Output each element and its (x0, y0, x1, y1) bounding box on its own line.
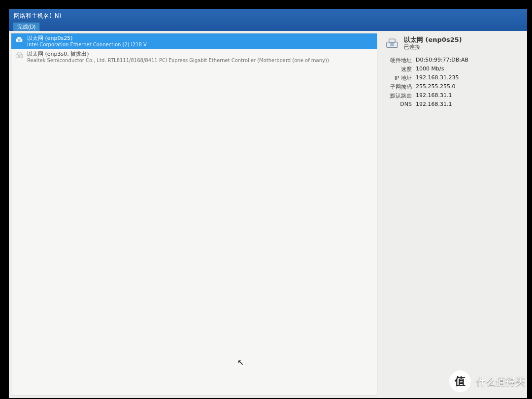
detail-label: IP 地址 (384, 74, 412, 82)
detail-label: 子网掩码 (384, 83, 412, 91)
detail-label: DNS (384, 101, 412, 107)
detail-label: 硬件地址 (384, 57, 412, 64)
svg-rect-8 (390, 43, 394, 46)
interface-desc: Intel Corporation Ethernet Connection (2… (27, 42, 147, 48)
done-button[interactable]: 完成(D) (13, 22, 40, 32)
detail-value: 192.168.31.1 (416, 101, 452, 107)
detail-title: 以太网 (enp0s25) (404, 36, 462, 44)
interface-item-enp3s0[interactable]: 以太网 (enp3s0, 被拔出) Realtek Semiconductor … (11, 49, 377, 65)
detail-row-speed: 速度 1000 Mb/s (384, 65, 522, 73)
titlebar: 网络和主机名(_N) 完成(D) (9, 9, 527, 31)
svg-rect-1 (17, 37, 21, 39)
interface-list: 以太网 (enp0s25) Intel Corporation Ethernet… (11, 33, 377, 396)
svg-rect-2 (18, 39, 21, 41)
detail-label: 默认路由 (384, 92, 412, 100)
svg-rect-5 (18, 55, 21, 57)
network-config-window: 网络和主机名(_N) 完成(D) 以太网 (enp0s25) Intel Cor… (9, 9, 527, 398)
detail-row-dns: DNS 192.168.31.1 (384, 100, 522, 108)
detail-label: 速度 (384, 66, 412, 73)
detail-value: 1000 Mb/s (416, 66, 444, 73)
detail-value: 192.168.31.1 (416, 92, 452, 100)
detail-row-ip: IP 地址 192.168.31.235 (384, 73, 522, 82)
network-adapter-icon (14, 35, 24, 45)
svg-rect-4 (17, 53, 21, 55)
detail-value: 192.168.31.235 (416, 74, 459, 82)
interface-item-enp0s25[interactable]: 以太网 (enp0s25) Intel Corporation Ethernet… (11, 33, 377, 49)
interface-name: 以太网 (enp0s25) (27, 35, 147, 42)
interface-name: 以太网 (enp3s0, 被拔出) (27, 51, 329, 58)
detail-value: D0:50:99:77:DB:AB (416, 57, 468, 64)
network-adapter-icon (14, 51, 24, 61)
interface-detail: 以太网 (enp0s25) 已连接 硬件地址 D0:50:99:77:DB:AB… (379, 31, 527, 398)
detail-row-mac: 硬件地址 D0:50:99:77:DB:AB (384, 56, 522, 65)
svg-rect-7 (389, 39, 396, 43)
detail-value: 255.255.255.0 (416, 83, 455, 91)
detail-header: 以太网 (enp0s25) 已连接 (384, 34, 522, 56)
detail-row-subnet: 子网掩码 255.255.255.0 (384, 82, 522, 91)
window-title: 网络和主机名(_N) (13, 11, 523, 22)
network-adapter-icon (384, 36, 400, 52)
content-area: 以太网 (enp0s25) Intel Corporation Ethernet… (9, 31, 527, 398)
detail-row-gateway: 默认路由 192.168.31.1 (384, 91, 522, 100)
interface-desc: Realtek Semiconductor Co., Ltd. RTL8111/… (27, 58, 329, 64)
detail-status: 已连接 (404, 44, 462, 51)
